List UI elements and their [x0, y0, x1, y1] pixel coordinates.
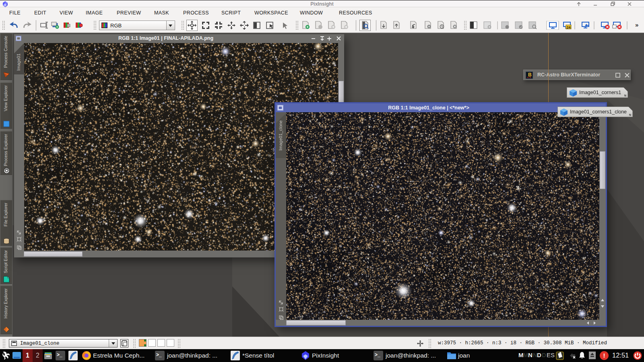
svg-text:24: 24	[566, 25, 570, 29]
